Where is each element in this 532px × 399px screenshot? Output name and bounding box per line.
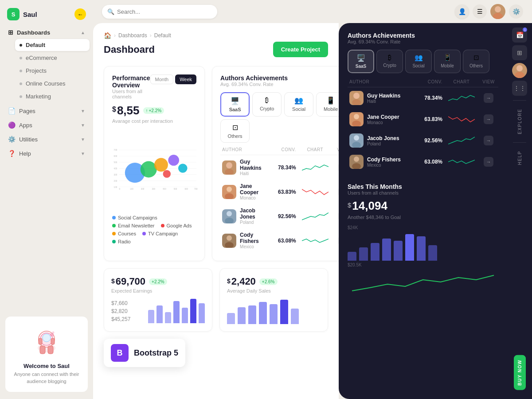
user-avatar-rp[interactable]: [512, 63, 527, 78]
dark-view-btn[interactable]: →: [484, 157, 493, 167]
tab-label: Mobile: [324, 106, 338, 112]
divider: [513, 142, 526, 143]
tab-crypto[interactable]: ₿ Crypto: [252, 92, 282, 117]
s-bar: [371, 243, 379, 261]
calendar-btn[interactable]: 📅 1: [512, 27, 527, 43]
legend-dot: [112, 232, 116, 235]
price-item: $2,820: [111, 307, 130, 315]
author-country: Haiti: [367, 99, 400, 104]
sidebar-item-default[interactable]: Default: [15, 39, 90, 51]
col-chart: CHART: [446, 79, 477, 84]
svg-point-11: [493, 13, 503, 19]
dark-tab-saas[interactable]: 🖥️ SaaS: [348, 50, 374, 73]
dark-tab-crypto[interactable]: ₿ Crypto: [376, 50, 403, 73]
svg-text:100: 100: [130, 188, 133, 190]
sidebar-item-apps[interactable]: 🟣 Apps ▼: [4, 118, 90, 132]
sidebar-item-label: Projects: [26, 67, 47, 74]
tab-mobile[interactable]: 📱 Mobile: [316, 92, 339, 117]
sidebar-item-help[interactable]: ❓ Help ▼: [4, 147, 90, 160]
dark-tab-others[interactable]: ⊡ Others: [463, 50, 489, 73]
tab-label: SaaS: [229, 107, 241, 112]
notification-btn[interactable]: 👤: [455, 4, 469, 19]
breadcrumb-default: Default: [154, 32, 171, 39]
far-right-panel: 📅 1 ⊞ ⋮⋮ Explore Help Buy now: [507, 23, 532, 399]
dark-tab-social[interactable]: 👥 Social: [405, 50, 432, 73]
dark-sales-title: Sales This Months: [348, 183, 498, 190]
conv-rate: 78.34%: [265, 164, 296, 171]
topbar: 🔍 👤 ☰ ⚙️: [93, 0, 532, 23]
conv-rate: 92.56%: [411, 137, 442, 144]
sidebar-item-ecommerce[interactable]: eCommerce: [15, 52, 90, 64]
sidebar-item-online-courses[interactable]: Online Courses: [15, 78, 90, 90]
help-btn[interactable]: Help: [517, 147, 522, 168]
sidebar-item-utilities[interactable]: ⚙️ Utilities ▼: [4, 133, 90, 146]
svg-rect-4: [40, 346, 45, 354]
view-cell: →: [481, 157, 497, 167]
sidebar-item-dashboards[interactable]: ⊞ Dashboards ▲: [4, 26, 90, 39]
tab-saas[interactable]: 🖥️ SaaS: [220, 92, 250, 117]
svg-text:200: 200: [114, 180, 117, 182]
dots-btn[interactable]: ⋮⋮: [512, 81, 527, 96]
sidebar-toggle-btn[interactable]: ←: [74, 8, 86, 20]
search-input[interactable]: [102, 5, 217, 19]
chevron-icon: ▼: [81, 137, 85, 142]
breadcrumb-sep: ›: [150, 32, 152, 39]
earnings-value: $ 69,700: [111, 276, 145, 287]
author-info: Jane Cooper Monaco: [222, 183, 262, 200]
author-country: Monaco: [367, 120, 399, 125]
create-project-button[interactable]: Create Project: [273, 42, 328, 57]
svg-text:100: 100: [114, 186, 117, 188]
s-bar: [291, 309, 299, 324]
svg-text:600: 600: [184, 188, 188, 190]
dark-view-btn[interactable]: →: [484, 136, 493, 145]
sidebar-item-projects[interactable]: Projects: [15, 65, 90, 77]
astronaut-illustration: [29, 324, 64, 359]
dark-view-btn[interactable]: →: [484, 93, 493, 103]
tab-others[interactable]: ⊡ Others: [220, 119, 250, 143]
legend-item: Email Newsletter: [112, 223, 155, 228]
author-name: Guy Hawkins: [240, 159, 262, 171]
author-avatar: [222, 234, 236, 248]
author-country: Poland: [240, 220, 262, 225]
sidebar-item-marketing[interactable]: Marketing: [15, 90, 90, 102]
author-info: Jacob Jones Poland: [349, 133, 408, 148]
mobile-icon: 📱: [443, 54, 452, 62]
sidebar-item-pages[interactable]: 📄 Pages ▼: [4, 104, 90, 117]
user-avatar[interactable]: [490, 4, 505, 19]
dark-authors-tabs: 🖥️ SaaS ₿ Crypto 👥 Social 📱: [348, 50, 498, 73]
conv-rate: 63.83%: [411, 116, 442, 122]
s-bar: [417, 236, 426, 261]
pages-icon: 📄: [8, 107, 16, 114]
author-details: Jane Cooper Monaco: [367, 114, 399, 125]
settings-btn[interactable]: ⚙️: [509, 4, 523, 19]
breadcrumb-dashboards[interactable]: Dashboards: [118, 32, 147, 39]
chevron-icon: ▲: [81, 30, 85, 35]
col-author: AUTHOR: [222, 147, 262, 152]
svg-point-39: [178, 164, 188, 173]
svg-point-40: [226, 162, 232, 168]
dark-view-btn[interactable]: →: [484, 114, 493, 124]
week-btn[interactable]: Week: [175, 74, 196, 84]
grid-btn[interactable]: ⊞: [512, 45, 527, 60]
authors-table-header: AUTHOR CONV. CHART VIEW: [220, 143, 339, 155]
sidebar-item-label: Pages: [19, 108, 35, 114]
perf-subtitle: Users from all channels: [112, 89, 150, 99]
perf-value-label: Avarage cost per interaction: [112, 118, 196, 124]
month-btn[interactable]: Month: [150, 74, 174, 84]
svg-point-9: [52, 332, 55, 334]
svg-point-42: [227, 187, 232, 192]
explore-btn[interactable]: Explore: [517, 105, 522, 138]
tab-social[interactable]: 👥 Social: [284, 92, 313, 117]
menu-btn[interactable]: ☰: [473, 4, 487, 19]
col-conv: CONV.: [265, 147, 296, 152]
author-name: Cody Fishers: [240, 232, 262, 244]
perf-number: 8,55: [117, 104, 140, 117]
sidebar-item-label: Marketing: [26, 93, 51, 100]
sidebar: S Saul ← ⊞ Dashboards ▲ Default: [0, 0, 93, 399]
dark-tab-mobile[interactable]: 📱 Mobile: [434, 50, 461, 73]
svg-point-46: [227, 235, 232, 241]
perf-badge: ↑ +2.2%: [143, 107, 164, 114]
buy-now-btn[interactable]: Buy now: [514, 355, 526, 390]
dot-icon: [20, 82, 22, 85]
legend-item: Radio: [112, 239, 131, 244]
